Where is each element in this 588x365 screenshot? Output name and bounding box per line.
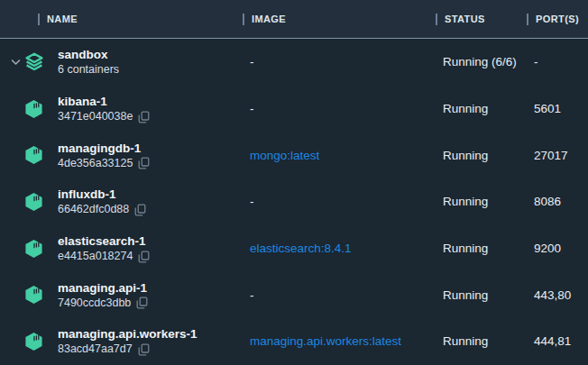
stack-icon: [23, 51, 47, 73]
container-name: sandbox: [58, 47, 119, 62]
status-cell: Running: [436, 102, 527, 115]
name-cell: kibana-1 3471e040038e: [0, 94, 243, 123]
image-cell: -: [243, 288, 436, 302]
name-cell: managing.api.workers-1 83acd47aa7d7: [0, 326, 243, 356]
container-icon: [23, 191, 47, 213]
name-cell: managing.api-1 7490ccdc3dbb: [0, 280, 243, 310]
status-cell: Running: [436, 195, 527, 208]
name-cell: sandbox 6 containers: [0, 47, 243, 77]
chevron-down-icon[interactable]: [11, 291, 23, 298]
column-header-ports: PORT(S): [527, 14, 588, 25]
ports-cell: 8086: [527, 195, 588, 208]
container-row[interactable]: elasticsearch-1 e4415a018274 elasticsear…: [0, 225, 588, 272]
container-subtext: 83acd47aa7d7: [58, 342, 133, 356]
status-cell: Running: [436, 334, 527, 348]
container-row[interactable]: influxdb-1 66462dfc0d88 - Running 8086: [0, 178, 588, 225]
container-subtext: 4de356a33125: [58, 157, 133, 170]
container-name: influxdb-1: [58, 187, 146, 202]
column-separator: [436, 14, 437, 25]
column-header-image-label: IMAGE: [252, 14, 286, 24]
name-block: kibana-1 3471e040038e: [58, 94, 150, 123]
container-subtext: 7490ccdc3dbb: [58, 297, 131, 310]
name-block: influxdb-1 66462dfc0d88: [58, 187, 146, 216]
container-name: kibana-1: [58, 94, 150, 109]
table-header: NAME IMAGE STATUS PORT(S): [0, 0, 588, 39]
copy-icon[interactable]: [136, 297, 148, 309]
status-cell: Running: [436, 288, 527, 302]
column-header-name: NAME: [0, 14, 243, 25]
column-separator: [243, 14, 244, 25]
name-block: managing.api-1 7490ccdc3dbb: [58, 280, 148, 310]
container-row[interactable]: kibana-1 3471e040038e - Running 5601: [0, 86, 588, 132]
container-subtext: e4415a018274: [58, 250, 133, 263]
copy-icon[interactable]: [134, 204, 146, 216]
container-icon: [23, 284, 47, 306]
ports-cell: -: [527, 55, 588, 68]
column-separator: [527, 14, 528, 25]
ports-cell: 5601: [527, 102, 588, 115]
container-icon: [23, 331, 47, 352]
column-header-ports-label: PORT(S): [536, 14, 579, 24]
image-cell: -: [243, 55, 436, 68]
chevron-down-icon[interactable]: [11, 59, 23, 66]
name-block: managingdb-1 4de356a33125: [58, 141, 150, 170]
containers-table: NAME IMAGE STATUS PORT(S): [0, 0, 588, 365]
copy-icon[interactable]: [138, 251, 150, 263]
container-icon: [23, 98, 47, 120]
container-group-row[interactable]: sandbox 6 containers - Running (6/6) -: [0, 39, 588, 86]
status-cell: Running: [436, 149, 527, 162]
container-name: managingdb-1: [58, 141, 150, 156]
image-cell: -: [243, 195, 436, 208]
copy-icon[interactable]: [138, 343, 150, 356]
table-body: sandbox 6 containers - Running (6/6) -: [0, 39, 588, 365]
name-block: sandbox 6 containers: [58, 47, 119, 77]
chevron-down-icon[interactable]: [11, 151, 23, 159]
column-header-image: IMAGE: [243, 14, 436, 25]
chevron-down-icon[interactable]: [11, 245, 23, 252]
ports-cell: 27017: [527, 149, 588, 162]
ports-cell: 443,80: [527, 288, 588, 302]
ports-cell: 444,81: [527, 334, 588, 348]
container-subtext: 66462dfc0d88: [58, 203, 129, 216]
container-subtext: 3471e040038e: [58, 110, 133, 123]
container-name: managing.api-1: [58, 280, 148, 296]
container-name: managing.api.workers-1: [58, 326, 198, 342]
container-row[interactable]: managing.api.workers-1 83acd47aa7d7 mana…: [0, 318, 588, 365]
column-header-status-label: STATUS: [445, 14, 485, 24]
container-name: elasticsearch-1: [58, 233, 150, 249]
image-link[interactable]: mongo:latest: [243, 149, 436, 162]
image-link[interactable]: managing.api.workers:latest: [243, 334, 436, 348]
copy-icon[interactable]: [138, 111, 150, 123]
chevron-down-icon[interactable]: [11, 198, 23, 205]
name-block: elasticsearch-1 e4415a018274: [58, 233, 150, 263]
container-row[interactable]: managingdb-1 4de356a33125 mongo:latest R…: [0, 132, 588, 178]
column-separator: [38, 14, 40, 25]
container-icon: [23, 238, 47, 260]
chevron-down-icon[interactable]: [11, 338, 23, 345]
column-header-name-label: NAME: [47, 14, 78, 24]
image-link[interactable]: elasticsearch:8.4.1: [243, 242, 436, 255]
status-cell: Running (6/6): [436, 55, 527, 68]
image-cell: -: [243, 102, 436, 115]
container-row[interactable]: managing.api-1 7490ccdc3dbb - Running 44…: [0, 271, 588, 318]
chevron-down-icon[interactable]: [11, 105, 23, 113]
copy-icon[interactable]: [138, 157, 150, 169]
container-subtext: 6 containers: [58, 63, 119, 77]
name-cell: elasticsearch-1 e4415a018274: [0, 233, 243, 263]
ports-cell: 9200: [527, 242, 588, 255]
status-cell: Running: [436, 242, 527, 255]
name-cell: managingdb-1 4de356a33125: [0, 141, 243, 170]
column-header-status: STATUS: [436, 14, 527, 25]
container-icon: [23, 144, 47, 166]
name-cell: influxdb-1 66462dfc0d88: [0, 187, 243, 216]
name-block: managing.api.workers-1 83acd47aa7d7: [58, 326, 198, 356]
